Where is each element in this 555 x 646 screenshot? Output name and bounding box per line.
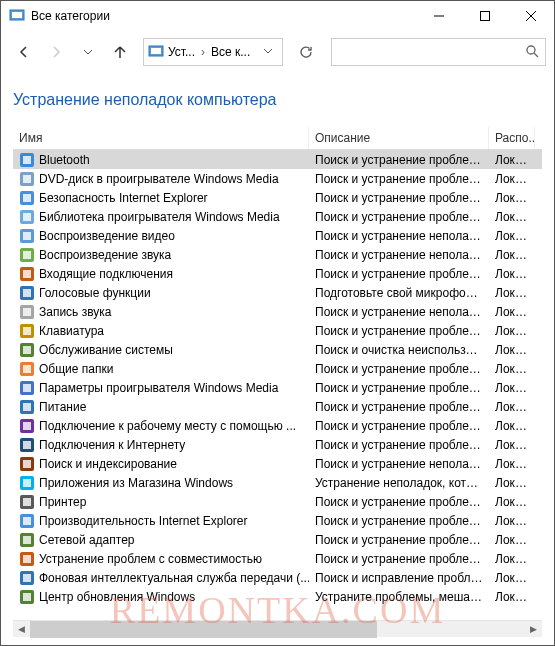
breadcrumb[interactable]: Уст... › Все к... — [143, 38, 283, 66]
list-item[interactable]: BluetoothПоиск и устранение проблем у...… — [13, 150, 542, 169]
item-loc: Локал... — [489, 172, 535, 186]
list-item[interactable]: Приложения из Магазина WindowsУстранение… — [13, 473, 542, 492]
item-name-cell: Обслуживание системы — [13, 342, 309, 358]
list-item[interactable]: Общие папкиПоиск и устранение проблем с … — [13, 359, 542, 378]
titlebar: Все категории — [1, 1, 554, 31]
item-list[interactable]: BluetoothПоиск и устранение проблем у...… — [13, 150, 542, 620]
list-item[interactable]: Безопасность Internet ExplorerПоиск и ус… — [13, 188, 542, 207]
chevron-right-icon: › — [199, 45, 207, 59]
item-name-cell: Запись звука — [13, 304, 309, 320]
svg-rect-3 — [481, 12, 490, 21]
chevron-down-icon[interactable] — [258, 45, 278, 59]
bits-icon — [19, 570, 35, 586]
list-item[interactable]: Поиск и индексированиеПоиск и устранение… — [13, 454, 542, 473]
close-button[interactable] — [508, 1, 554, 31]
item-name: Запись звука — [39, 305, 112, 319]
item-loc: Локал... — [489, 229, 535, 243]
list-item[interactable]: Центр обновления WindowsУстраните пробле… — [13, 587, 542, 606]
item-loc: Локал... — [489, 476, 535, 490]
item-desc: Поиск и устранение проблем с ... — [309, 362, 489, 376]
svg-rect-1 — [12, 12, 22, 18]
item-name: Общие папки — [39, 362, 113, 376]
column-name[interactable]: Имя — [13, 127, 309, 149]
list-item[interactable]: КлавиатураПоиск и устранение проблем с .… — [13, 321, 542, 340]
item-name-cell: Параметры проигрывателя Windows Media — [13, 380, 309, 396]
list-item[interactable]: Воспроизведение видеоПоиск и устранение … — [13, 226, 542, 245]
svg-rect-55 — [23, 574, 31, 582]
scroll-track[interactable] — [30, 621, 525, 638]
svg-rect-41 — [23, 441, 31, 449]
item-loc: Локал... — [489, 495, 535, 509]
search-box[interactable] — [331, 38, 546, 66]
minimize-button[interactable] — [416, 1, 462, 31]
dvd-icon — [19, 171, 35, 187]
bluetooth-icon — [19, 152, 35, 168]
breadcrumb-part1[interactable]: Уст... — [168, 45, 195, 59]
item-desc: Поиск и исправление проблем, ... — [309, 571, 489, 585]
ie-perf-icon — [19, 513, 35, 529]
list-item[interactable]: Библиотека проигрывателя Windows MediaПо… — [13, 207, 542, 226]
scroll-left-button[interactable]: ◀ — [13, 621, 30, 638]
scroll-right-button[interactable]: ▶ — [525, 621, 542, 638]
item-loc: Локал... — [489, 381, 535, 395]
maintenance-icon — [19, 342, 35, 358]
column-description[interactable]: Описание — [309, 127, 489, 149]
list-item[interactable]: Подключения к ИнтернетуПоиск и устранени… — [13, 435, 542, 454]
item-desc: Поиск и устранение проблем с ... — [309, 324, 489, 338]
item-name: Воспроизведение звука — [39, 248, 171, 262]
list-item[interactable]: Голосовые функцииПодготовьте свой микроф… — [13, 283, 542, 302]
list-item[interactable]: Фоновая интеллектуальная служба передачи… — [13, 568, 542, 587]
horizontal-scrollbar[interactable]: ◀ ▶ — [13, 620, 542, 637]
svg-rect-35 — [23, 384, 31, 392]
list-item[interactable]: Запись звукаПоиск и устранение неполадок… — [13, 302, 542, 321]
list-item[interactable]: Параметры проигрывателя Windows MediaПои… — [13, 378, 542, 397]
item-name: Центр обновления Windows — [39, 590, 195, 604]
recent-dropdown[interactable] — [73, 37, 103, 67]
search-input[interactable] — [338, 45, 525, 59]
refresh-button[interactable] — [291, 38, 321, 66]
list-item[interactable]: ПринтерПоиск и устранение проблем с ...Л… — [13, 492, 542, 511]
search-icon[interactable] — [525, 44, 539, 61]
item-name: Клавиатура — [39, 324, 104, 338]
item-desc: Устраните проблемы, мешающ... — [309, 590, 489, 604]
item-desc: Поиск и устранение проблем с ... — [309, 514, 489, 528]
item-loc: Локал... — [489, 191, 535, 205]
item-name-cell: Общие папки — [13, 361, 309, 377]
item-desc: Поиск и устранение проблем с ... — [309, 400, 489, 414]
svg-rect-57 — [23, 593, 31, 601]
list-item[interactable]: ПитаниеПоиск и устранение проблем с ...Л… — [13, 397, 542, 416]
svg-rect-39 — [23, 422, 31, 430]
store-icon — [19, 475, 35, 491]
item-name-cell: Питание — [13, 399, 309, 415]
content-area: Устранение неполадок компьютера Имя Опис… — [1, 73, 554, 645]
item-name: Поиск и индексирование — [39, 457, 177, 471]
svg-line-9 — [534, 53, 538, 57]
svg-rect-51 — [23, 536, 31, 544]
voice-icon — [19, 285, 35, 301]
item-name-cell: Центр обновления Windows — [13, 589, 309, 605]
list-item[interactable]: Подключение к рабочему месту с помощью .… — [13, 416, 542, 435]
breadcrumb-part2[interactable]: Все к... — [211, 45, 250, 59]
toolbar: Уст... › Все к... — [1, 31, 554, 73]
item-name-cell: Принтер — [13, 494, 309, 510]
maximize-button[interactable] — [462, 1, 508, 31]
forward-button[interactable] — [41, 37, 71, 67]
list-item[interactable]: Воспроизведение звукаПоиск и устранение … — [13, 245, 542, 264]
list-item[interactable]: DVD-диск в проигрывателе Windows MediaПо… — [13, 169, 542, 188]
svg-rect-15 — [23, 194, 31, 202]
item-name: Приложения из Магазина Windows — [39, 476, 233, 490]
scroll-thumb[interactable] — [30, 621, 377, 638]
item-loc: Локал... — [489, 571, 535, 585]
list-item[interactable]: Производительность Internet ExplorerПоис… — [13, 511, 542, 530]
item-name-cell: Воспроизведение видео — [13, 228, 309, 244]
window-controls — [416, 1, 554, 31]
list-item[interactable]: Сетевой адаптерПоиск и устранение пробле… — [13, 530, 542, 549]
back-button[interactable] — [9, 37, 39, 67]
list-item[interactable]: Обслуживание системыПоиск и очистка неис… — [13, 340, 542, 359]
app-icon — [9, 8, 25, 24]
up-button[interactable] — [105, 37, 135, 67]
item-loc: Локал... — [489, 419, 535, 433]
column-location[interactable]: Распо... — [489, 127, 535, 149]
list-item[interactable]: Устранение проблем с совместимостьюПоиск… — [13, 549, 542, 568]
list-item[interactable]: Входящие подключенияПоиск и устранение п… — [13, 264, 542, 283]
